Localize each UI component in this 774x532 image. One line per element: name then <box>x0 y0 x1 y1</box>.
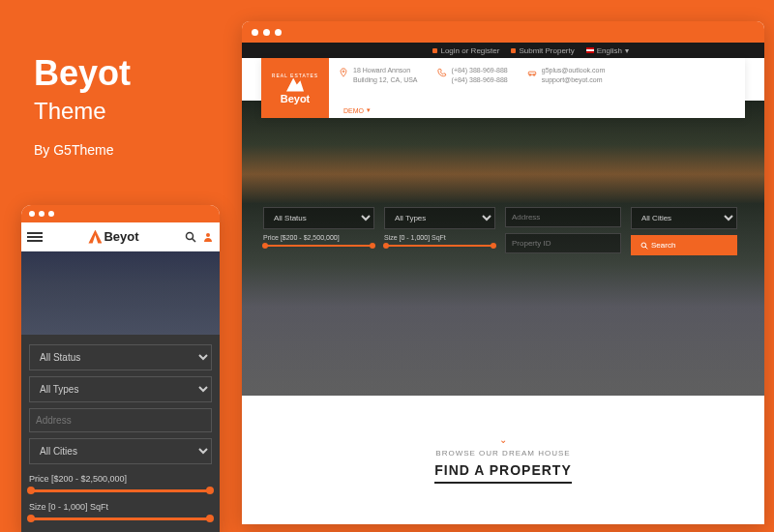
desktop-preview: Login or Register Submit Property Englis… <box>242 21 764 524</box>
theme-author: By G5Theme <box>34 142 131 158</box>
login-link[interactable]: Login or Register <box>432 46 499 55</box>
price-slider[interactable] <box>263 245 374 247</box>
logo-mark-icon <box>88 230 102 244</box>
svg-point-2 <box>206 233 210 237</box>
hamburger-icon[interactable] <box>27 230 43 244</box>
address-input[interactable] <box>29 408 212 432</box>
window-controls <box>242 21 764 43</box>
size-slider[interactable] <box>29 517 212 520</box>
promo-title: Beyot Theme By G5Theme <box>34 53 131 158</box>
logo-tagline: REAL ESTATES <box>272 73 318 78</box>
user-icon[interactable] <box>202 231 214 243</box>
hero-section: All Status Price [$200 - $2,500,000] All… <box>242 101 764 396</box>
property-id-input[interactable] <box>505 233 621 253</box>
search-icon <box>640 242 648 250</box>
upload-icon <box>511 48 516 53</box>
phone-icon <box>437 68 447 77</box>
status-select[interactable]: All Status <box>29 344 212 370</box>
size-range-label: Size [0 - 1,000] SqFt <box>384 234 495 241</box>
logo[interactable]: Beyot <box>88 229 138 244</box>
section-subtitle: BROWSE OUR DREAM HOUSE <box>242 449 764 458</box>
address-input[interactable] <box>505 207 621 227</box>
utility-bar: Login or Register Submit Property Englis… <box>242 43 764 58</box>
logo-text: Beyot <box>281 93 311 104</box>
types-select[interactable]: All Types <box>29 376 212 402</box>
svg-point-3 <box>342 71 344 73</box>
phone-info: (+84) 388-969-888(+84) 388-969-888 <box>428 66 518 110</box>
chevron-down-icon: ▾ <box>625 46 629 55</box>
flag-icon <box>586 47 594 53</box>
find-property-section: ⌄ BROWSE OUR DREAM HOUSE FIND A PROPERTY <box>242 396 764 503</box>
price-range-label: Price [$200 - $2,500,000] <box>29 474 212 484</box>
svg-point-7 <box>641 243 646 248</box>
mobile-header: Beyot <box>21 222 220 251</box>
search-button[interactable]: Search <box>631 235 737 255</box>
chevron-down-icon: ⌄ <box>242 434 764 445</box>
section-heading: FIND A PROPERTY <box>434 462 572 484</box>
logo[interactable]: REAL ESTATES Beyot <box>261 58 329 118</box>
language-select[interactable]: English▾ <box>586 46 629 55</box>
status-select[interactable]: All Status <box>263 207 374 229</box>
address-info: 18 Howard AnnsonBuilding 12, CA, USA <box>329 66 428 110</box>
window-controls <box>21 205 220 222</box>
logo-mark-icon <box>286 78 304 92</box>
submit-property-link[interactable]: Submit Property <box>511 46 574 55</box>
cities-select[interactable]: All Cities <box>631 207 737 229</box>
size-range-label: Size [0 - 1,000] SqFt <box>29 502 212 512</box>
theme-name: Beyot <box>34 53 131 94</box>
theme-sub: Theme <box>34 98 131 125</box>
svg-point-0 <box>187 232 194 239</box>
lock-icon <box>432 48 437 53</box>
email-info: g5plus@outlook.comsupport@beyot.com <box>518 66 614 110</box>
svg-line-1 <box>193 238 196 242</box>
types-select[interactable]: All Types <box>384 207 495 229</box>
nav-demo[interactable]: DEMO▾ <box>343 106 371 114</box>
mobile-preview: Beyot All Status All Types All Cities Pr… <box>21 205 220 532</box>
mobile-search-panel: All Status All Types All Cities Price [$… <box>21 335 220 532</box>
mobile-hero-image <box>21 251 220 335</box>
svg-line-8 <box>645 247 647 249</box>
chevron-down-icon: ▾ <box>367 106 371 114</box>
cities-select[interactable]: All Cities <box>29 438 212 464</box>
price-slider[interactable] <box>29 489 212 492</box>
search-icon[interactable] <box>185 231 196 243</box>
car-icon <box>527 68 537 77</box>
price-range-label: Price [$200 - $2,500,000] <box>263 234 374 241</box>
logo-text: Beyot <box>104 229 138 244</box>
pin-icon <box>339 68 348 77</box>
header-bar: REAL ESTATES Beyot 18 Howard AnnsonBuild… <box>261 58 745 118</box>
size-slider[interactable] <box>384 245 495 247</box>
